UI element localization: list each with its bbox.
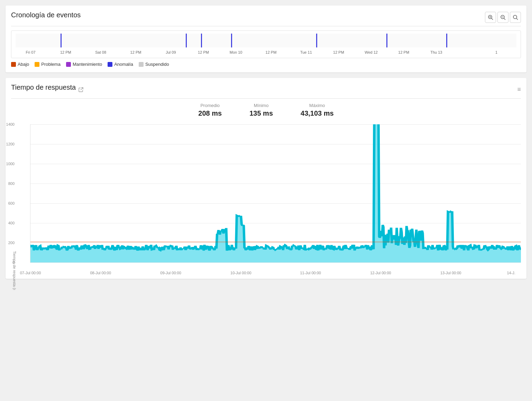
x-tick: 13-Jul 00:00: [440, 271, 461, 275]
x-tick: 10-Jul 00:00: [230, 271, 251, 275]
stat-minimo: Mínimo 135 ms: [249, 103, 273, 117]
timeline-axis-label: Jul 09: [166, 50, 176, 54]
maximo-value: 43,103 ms: [301, 109, 334, 117]
timeline-axis-label: 12 PM: [266, 50, 277, 54]
timeline-axis-label: 12 PM: [198, 50, 209, 54]
zoom-out-icon: [500, 15, 506, 20]
stats-row: Promedio 208 ms Mínimo 135 ms Máximo 43,…: [11, 103, 521, 117]
grid-line: [30, 262, 521, 263]
timeline-event-bar: [316, 34, 317, 47]
timeline-axis-label: 1: [495, 50, 497, 54]
legend-color-dot: [11, 62, 16, 67]
timeline-legend: AbajoProblemaMantenimientoAnomalíaSuspen…: [11, 62, 521, 67]
promedio-label: Promedio: [198, 103, 222, 108]
zoom-reset-icon: [513, 15, 518, 20]
divider: [11, 26, 521, 26]
x-tick: 11-Jul 00:00: [300, 271, 321, 275]
timeline-axis-label: 12 PM: [333, 50, 344, 54]
timeline-bars: [16, 34, 516, 47]
timeline-event-bar: [231, 34, 232, 47]
promedio-value: 208 ms: [198, 109, 222, 117]
timeline-axis: Fri 0712 PMSat 0812 PMJul 0912 PMMon 101…: [16, 49, 516, 56]
stat-promedio: Promedio 208 ms: [198, 103, 222, 117]
x-tick: 14-J.: [507, 271, 515, 275]
timeline-axis-label: Fri 07: [26, 50, 35, 54]
timeline-axis-label: Tue 11: [300, 50, 312, 54]
response-title-row: Tiempo de respuesta: [11, 83, 83, 96]
timeline-axis-label: Thu 13: [430, 50, 442, 54]
timeline-title: Cronología de eventos: [11, 11, 81, 19]
y-tick: 800: [8, 181, 15, 186]
minimo-value: 135 ms: [249, 109, 273, 117]
timeline-axis-label: Mon 10: [230, 50, 242, 54]
legend-label: Abajo: [18, 62, 29, 67]
divider2: [11, 98, 521, 99]
response-chart-svg: [30, 124, 521, 262]
x-tick: 07-Jul 00:00: [20, 271, 41, 275]
legend-color-dot: [66, 62, 71, 67]
maximo-label: Máximo: [301, 103, 334, 108]
response-title: Tiempo de respuesta: [11, 83, 76, 91]
zoom-in-icon: [488, 15, 493, 20]
svg-point-7: [513, 15, 517, 19]
chart-wrapper: 1400120010008006004002000 07-Jul 00:0008…: [30, 124, 521, 263]
legend-item: Mantenimiento: [66, 62, 102, 67]
stat-maximo: Máximo 43,103 ms: [301, 103, 334, 117]
timeline-axis-label: 12 PM: [60, 50, 71, 54]
legend-item: Suspendido: [139, 62, 169, 67]
zoom-controls: [485, 12, 521, 23]
timeline-container: Fri 0712 PMSat 0812 PMJul 0912 PMMon 101…: [11, 30, 521, 58]
legend-item: Anomalía: [108, 62, 133, 67]
svg-line-3: [492, 18, 493, 20]
legend-label: Suspendido: [145, 62, 169, 67]
timeline-axis-label: 12 PM: [130, 50, 141, 54]
timeline-event-bar: [186, 34, 187, 47]
svg-line-6: [504, 18, 505, 20]
y-axis-label: Tiempo de respuesta (ms): [11, 199, 18, 290]
legend-item: Problema: [35, 62, 61, 67]
response-header: Tiempo de respuesta ≡: [11, 83, 521, 96]
timeline-event-bar: [386, 34, 387, 47]
response-line: [30, 124, 521, 251]
x-tick: 12-Jul 00:00: [370, 271, 391, 275]
legend-label: Anomalía: [114, 62, 133, 67]
timeline-axis-label: Sat 08: [95, 50, 106, 54]
legend-item: Abajo: [11, 62, 29, 67]
timeline-event-bar: [61, 34, 62, 47]
zoom-in-button[interactable]: [485, 12, 496, 23]
x-tick: 08-Jul 00:00: [90, 271, 111, 275]
timeline-header: Cronología de eventos: [11, 11, 521, 23]
zoom-out-button[interactable]: [497, 12, 508, 23]
legend-color-dot: [108, 62, 112, 67]
legend-color-dot: [35, 62, 39, 67]
y-tick: 1200: [6, 142, 15, 146]
x-tick: 09-Jul 00:00: [160, 271, 181, 275]
chart-area: Tiempo de respuesta (ms) 140012001000800…: [11, 124, 521, 273]
external-link-icon[interactable]: [79, 87, 83, 92]
y-tick: 1000: [6, 162, 15, 166]
zoom-reset-button[interactable]: [510, 12, 521, 23]
svg-line-8: [516, 18, 518, 20]
response-panel: Tiempo de respuesta ≡ Promedio 208 ms Mí…: [6, 78, 526, 279]
legend-color-dot: [139, 62, 144, 67]
minimo-label: Mínimo: [249, 103, 273, 108]
legend-label: Mantenimiento: [73, 62, 102, 67]
timeline-event-bar: [446, 34, 447, 47]
panel-menu-icon[interactable]: ≡: [517, 86, 521, 93]
timeline-panel: Cronología de eventos: [6, 6, 526, 72]
timeline-axis-label: Wed 12: [365, 50, 378, 54]
svg-line-9: [81, 88, 83, 90]
y-tick: 1400: [6, 122, 15, 126]
legend-label: Problema: [41, 62, 61, 67]
timeline-axis-label: 12 PM: [398, 50, 409, 54]
timeline-event-bar: [201, 34, 202, 47]
